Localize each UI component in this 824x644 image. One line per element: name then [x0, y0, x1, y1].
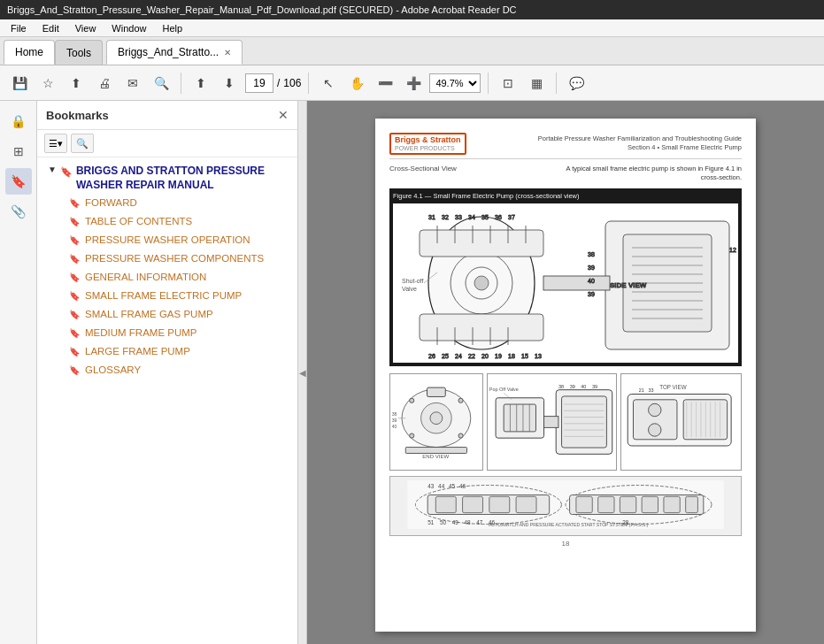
- svg-point-104: [649, 403, 661, 416]
- bookmark-label-small-electric: SMALL FRAME ELECTRIC PUMP: [85, 289, 242, 303]
- bookmark-root-label: BRIGGS AND STRATTON PRESSURE WASHER REPA…: [76, 165, 290, 192]
- fit-page-button[interactable]: ⊡: [496, 71, 520, 96]
- bookmark-item-forward[interactable]: 🔖 FORWARD: [65, 194, 290, 212]
- sidebar-search-button[interactable]: 🔍: [71, 134, 94, 153]
- svg-text:43: 43: [427, 483, 435, 489]
- svg-text:18: 18: [508, 353, 515, 359]
- left-tool-lock[interactable]: 🔒: [5, 108, 32, 134]
- bookmark-item-general[interactable]: 🔖 GENERAL INFORMATION: [65, 268, 290, 287]
- tab-tools-label: Tools: [66, 47, 91, 59]
- prev-page-button[interactable]: ⬆: [64, 71, 89, 96]
- svg-text:25: 25: [442, 353, 449, 359]
- menu-window[interactable]: Window: [104, 21, 153, 35]
- bookmark-icon-glossary: 🔖: [69, 365, 80, 375]
- layout-button[interactable]: ▦: [524, 71, 549, 96]
- bookmark-item-operation[interactable]: 🔖 PRESSURE WASHER OPERATION: [65, 231, 290, 249]
- svg-text:38: 38: [392, 411, 397, 417]
- print-button[interactable]: 🖨: [92, 71, 117, 96]
- comment-button[interactable]: 💬: [564, 71, 589, 96]
- svg-text:21: 21: [639, 387, 644, 393]
- expand-icon: ▼: [48, 165, 57, 174]
- svg-text:36: 36: [495, 214, 502, 220]
- title-bar: Briggs_And_Stratton_Pressure_Washer_Repa…: [0, 0, 824, 19]
- toolbar-sep3: [488, 73, 489, 94]
- pdf-end-view: 38 39 40 END VIEW: [389, 373, 483, 471]
- menu-view[interactable]: View: [68, 21, 104, 35]
- svg-point-58: [430, 412, 443, 425]
- svg-text:19: 19: [495, 353, 502, 359]
- svg-text:40: 40: [581, 384, 586, 389]
- cross-section-svg: 31 32 33 34 35 36 37 38 39 40 39: [393, 203, 738, 363]
- total-pages: 106: [283, 77, 301, 89]
- bookmark-item-glossary[interactable]: 🔖 GLOSSARY: [65, 361, 290, 380]
- bookmark-root: ▼ 🔖 BRIGGS AND STRATTON PRESSURE WASHER …: [37, 161, 297, 383]
- zoom-select[interactable]: 49.7%: [429, 73, 481, 93]
- bookmark-item-toc[interactable]: 🔖 TABLE OF CONTENTS: [65, 212, 290, 231]
- svg-text:20: 20: [481, 353, 489, 359]
- bookmark-label-forward: FORWARD: [85, 196, 137, 210]
- left-tool-bookmarks[interactable]: 🔖: [5, 168, 32, 195]
- cursor-tool[interactable]: ↖: [316, 71, 341, 96]
- search-button[interactable]: 🔍: [149, 71, 173, 96]
- save-button[interactable]: 💾: [7, 71, 32, 96]
- bookmark-item-medium[interactable]: 🔖 MEDIUM FRAME PUMP: [65, 324, 290, 342]
- bookmark-label-medium: MEDIUM FRAME PUMP: [85, 326, 197, 340]
- svg-text:37: 37: [508, 214, 515, 220]
- svg-text:26: 26: [428, 353, 435, 359]
- bookmark-icon-operation: 🔖: [69, 235, 80, 245]
- svg-text:END VIEW: END VIEW: [422, 454, 449, 459]
- left-tool-layers[interactable]: ⊞: [5, 138, 32, 165]
- sidebar-options-button[interactable]: ☰▾: [44, 134, 67, 153]
- bookmark-button[interactable]: ☆: [35, 71, 60, 96]
- sidebar-collapse-handle[interactable]: ◀: [298, 101, 307, 644]
- svg-rect-119: [598, 496, 614, 512]
- bookmark-root-bookmark-icon: 🔖: [60, 166, 73, 178]
- tab-close-icon[interactable]: ✕: [224, 48, 231, 58]
- tab-bar: Home Tools Briggs_And_Stratto... ✕: [0, 37, 824, 65]
- svg-point-60: [458, 398, 463, 402]
- bookmark-item-large[interactable]: 🔖 LARGE FRAME PUMP: [65, 342, 290, 361]
- email-button[interactable]: ✉: [120, 71, 145, 96]
- svg-text:47: 47: [476, 518, 483, 525]
- sidebar-close-button[interactable]: ✕: [278, 108, 289, 122]
- bookmark-item-small-electric[interactable]: 🔖 SMALL FRAME ELECTRIC PUMP: [65, 287, 290, 305]
- bookmark-label-glossary: GLOSSARY: [85, 364, 141, 377]
- pdf-top-view: TOP VIEW 21 33: [620, 373, 742, 471]
- menu-help[interactable]: Help: [155, 21, 189, 35]
- pdf-viewer[interactable]: Briggs & Stratton POWER PRODUCTS Portabl…: [307, 101, 824, 644]
- toolbar-sep2: [308, 73, 309, 94]
- hand-tool[interactable]: ✋: [344, 71, 369, 96]
- tab-tools[interactable]: Tools: [55, 40, 103, 65]
- cross-section-label: Cross-Sectional View: [389, 165, 457, 172]
- menu-bar: File Edit View Window Help: [0, 19, 824, 37]
- bookmark-label-general: GENERAL INFORMATION: [85, 271, 206, 284]
- page-sep: /: [277, 77, 280, 89]
- bookmark-item-small-gas[interactable]: 🔖 SMALL FRAME GAS PUMP: [65, 305, 290, 324]
- bookmark-root-header[interactable]: ▼ 🔖 BRIGGS AND STRATTON PRESSURE WASHER …: [48, 165, 290, 192]
- zoom-in-button[interactable]: ➕: [401, 71, 426, 96]
- pdf-pass-system: 51 50 49 48 47 46 43 44 45 46 28 AUTOSWI…: [389, 476, 742, 536]
- svg-text:49: 49: [452, 518, 459, 525]
- tab-home[interactable]: Home: [4, 40, 55, 65]
- scroll-up-button[interactable]: ⬆: [189, 71, 213, 96]
- pdf-page-number: 18: [389, 540, 742, 548]
- bookmark-item-components[interactable]: 🔖 PRESSURE WASHER COMPONENTS: [65, 249, 290, 268]
- svg-rect-5: [420, 230, 543, 257]
- svg-text:24: 24: [455, 353, 462, 359]
- menu-edit[interactable]: Edit: [35, 21, 66, 35]
- svg-point-4: [474, 276, 489, 290]
- menu-file[interactable]: File: [4, 21, 34, 35]
- zoom-out-button[interactable]: ➖: [373, 71, 397, 96]
- page-number-input[interactable]: [245, 73, 273, 93]
- tab-doc[interactable]: Briggs_And_Stratto... ✕: [106, 40, 243, 65]
- bookmark-label-toc: TABLE OF CONTENTS: [85, 215, 192, 228]
- pdf-figure-title: Figure 4.1 — Small Frame Electric Pump (…: [393, 192, 738, 200]
- scroll-down-button[interactable]: ⬇: [217, 71, 242, 96]
- pdf-figure-main: Figure 4.1 — Small Frame Electric Pump (…: [389, 188, 742, 366]
- bookmark-icon-medium: 🔖: [69, 328, 80, 338]
- left-tool-attach[interactable]: 📎: [5, 198, 32, 225]
- svg-rect-95: [683, 400, 727, 440]
- svg-rect-122: [664, 496, 680, 512]
- bookmark-icon-small-gas: 🔖: [69, 310, 80, 319]
- main-area: 🔒 ⊞ 🔖 📎 Bookmarks ✕ ☰▾ 🔍 ▼ 🔖 BRIGGS AND …: [0, 101, 824, 644]
